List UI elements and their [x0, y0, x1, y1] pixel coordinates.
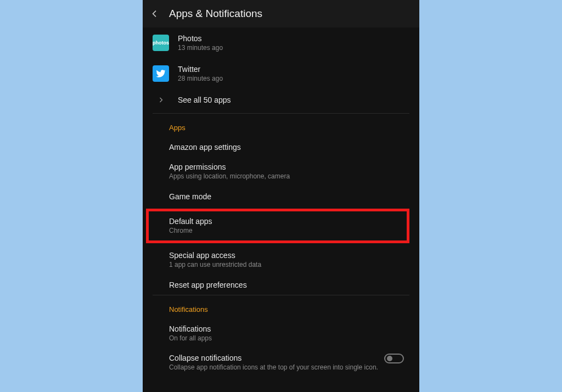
- app-name: Photos: [178, 34, 223, 43]
- collapse-toggle[interactable]: [384, 354, 404, 363]
- item-special-app-access[interactable]: Special app access 1 app can use unrestr…: [143, 245, 419, 275]
- see-all-apps[interactable]: See all 50 apps: [143, 89, 419, 113]
- item-title: Notifications: [169, 324, 409, 333]
- settings-scroll[interactable]: photos Photos 13 minutes ago Twitter 28 …: [143, 27, 419, 392]
- item-title: Default apps: [169, 217, 407, 226]
- item-sub: Collapse app notification icons at the t…: [169, 363, 379, 372]
- item-title: Collapse notifications: [169, 354, 379, 362]
- item-sub: Apps using location, microphone, camera: [169, 172, 409, 181]
- item-title: Amazon app settings: [169, 143, 409, 152]
- section-header-apps: Apps: [143, 114, 419, 137]
- back-icon[interactable]: [150, 9, 159, 18]
- highlight-default-apps: Default apps Chrome: [146, 209, 409, 244]
- item-sub: On for all apps: [169, 334, 409, 343]
- item-title: Reset app preferences: [169, 281, 409, 289]
- item-amazon-app-settings[interactable]: Amazon app settings: [143, 137, 419, 157]
- app-name: Twitter: [178, 65, 223, 74]
- item-title: Special app access: [169, 251, 409, 260]
- item-collapse-notifications[interactable]: Collapse notifications Collapse app noti…: [143, 348, 419, 378]
- section-header-notifications: Notifications: [143, 295, 419, 319]
- app-timestamp: 13 minutes ago: [178, 44, 223, 52]
- recent-app-photos[interactable]: photos Photos 13 minutes ago: [143, 27, 419, 58]
- item-sub: Chrome: [169, 227, 407, 236]
- see-all-label: See all 50 apps: [178, 96, 231, 104]
- photos-app-icon: photos: [153, 35, 169, 51]
- header-bar: Apps & Notifications: [143, 0, 419, 27]
- item-app-permissions[interactable]: App permissions Apps using location, mic…: [143, 157, 419, 187]
- item-sub: 1 app can use unrestricted data: [169, 261, 409, 270]
- item-game-mode[interactable]: Game mode: [143, 187, 419, 206]
- item-title: Game mode: [169, 192, 409, 201]
- item-reset-app-preferences[interactable]: Reset app preferences: [143, 275, 419, 295]
- item-notifications[interactable]: Notifications On for all apps: [143, 319, 419, 349]
- device-frame: Apps & Notifications photos Photos 13 mi…: [143, 0, 419, 392]
- toggle-knob-icon: [387, 356, 392, 361]
- chevron-right-icon: [153, 97, 169, 103]
- twitter-app-icon: [153, 65, 169, 82]
- item-title: App permissions: [169, 163, 409, 171]
- item-default-apps[interactable]: Default apps Chrome: [169, 217, 407, 236]
- recent-app-twitter[interactable]: Twitter 28 minutes ago: [143, 58, 419, 89]
- app-timestamp: 28 minutes ago: [178, 75, 223, 82]
- page-title: Apps & Notifications: [169, 8, 262, 20]
